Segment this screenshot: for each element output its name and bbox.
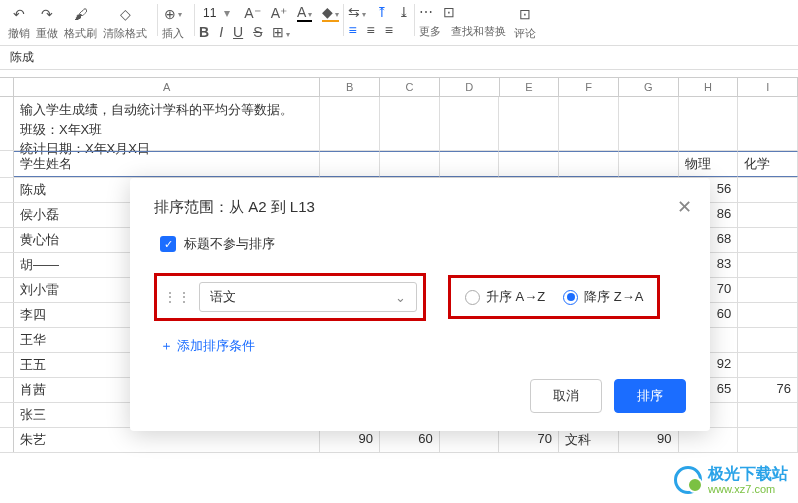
table-row[interactable]: 朱艺906070文科90: [0, 428, 798, 453]
underline-button[interactable]: U: [233, 24, 243, 40]
bold-button[interactable]: B: [199, 24, 209, 40]
add-condition-button[interactable]: ＋ 添加排序条件: [160, 337, 686, 355]
cell[interactable]: [738, 228, 798, 252]
merge-button[interactable]: ⇆: [348, 4, 366, 20]
sort-column-select[interactable]: 语文 ⌄: [199, 282, 417, 312]
cell[interactable]: 文科: [559, 428, 619, 452]
cell[interactable]: [679, 428, 739, 452]
format-painter-button[interactable]: 🖌格式刷: [64, 4, 97, 41]
col-header[interactable]: I: [738, 78, 798, 96]
chevron-down-icon: ⌄: [395, 290, 406, 305]
cell[interactable]: [738, 403, 798, 427]
find-replace-button[interactable]: 查找和替换: [451, 24, 506, 39]
cell[interactable]: 76: [738, 378, 798, 402]
check-icon: ✓: [160, 236, 176, 252]
align-center-button[interactable]: ≡: [367, 22, 375, 38]
cell[interactable]: 学生姓名: [14, 151, 320, 177]
sort-direction-group: 升序 A→Z 降序 Z→A: [448, 275, 660, 319]
align-right-button[interactable]: ≡: [385, 22, 393, 38]
misc-icon[interactable]: ⋯: [419, 4, 433, 20]
fontsize-inc[interactable]: A⁺: [271, 5, 287, 21]
col-header[interactable]: F: [559, 78, 619, 96]
align-left-button[interactable]: ≡: [348, 22, 356, 38]
logo-icon: [674, 466, 702, 494]
cell[interactable]: 70: [499, 428, 559, 452]
column-headers: A B C D E F G H I: [0, 78, 798, 97]
valign-bottom-button[interactable]: ⤓: [398, 4, 410, 20]
close-button[interactable]: ✕: [677, 196, 692, 218]
sort-dialog: 排序范围：从 A2 到 L13 ✕ ✓ 标题不参与排序 ⋮⋮ 语文 ⌄ 升序 A…: [130, 178, 710, 431]
cell[interactable]: [738, 428, 798, 452]
cell[interactable]: 60: [380, 428, 440, 452]
toolbar: ↶撤销 ↷重做 🖌格式刷 ◇清除格式 ⊕插入 11▾ A⁻ A⁺ A ◆ B I…: [0, 0, 798, 46]
header-exclude-checkbox[interactable]: ✓ 标题不参与排序: [160, 235, 686, 253]
wrap-icon[interactable]: ⊡: [443, 4, 455, 20]
col-header[interactable]: G: [619, 78, 679, 96]
cell[interactable]: [738, 278, 798, 302]
col-header[interactable]: D: [440, 78, 500, 96]
cell[interactable]: 物理: [679, 151, 739, 177]
drag-handle-icon[interactable]: ⋮⋮: [163, 289, 191, 305]
strike-button[interactable]: S: [253, 24, 262, 40]
redo-icon: ↷: [36, 4, 58, 24]
comment-icon: ⊡: [514, 4, 536, 24]
col-header[interactable]: H: [679, 78, 739, 96]
col-header[interactable]: E: [500, 78, 560, 96]
col-header[interactable]: B: [320, 78, 380, 96]
plus-icon: ⊕: [162, 4, 184, 24]
cell[interactable]: [738, 253, 798, 277]
watermark: 极光下载站 www.xz7.com: [674, 464, 788, 495]
cell[interactable]: 输入学生成绩，自动统计学科的平均分等数据。 班级：X年X班 统计日期：X年X月X…: [14, 97, 320, 150]
clear-format-button[interactable]: ◇清除格式: [103, 4, 147, 41]
cell[interactable]: 朱艺: [14, 428, 320, 452]
formula-bar[interactable]: [0, 70, 798, 78]
table-header-row[interactable]: 学生姓名 物理 化学: [0, 151, 798, 178]
cell[interactable]: [738, 203, 798, 227]
undo-button[interactable]: ↶撤销: [8, 4, 30, 41]
cancel-button[interactable]: 取消: [530, 379, 602, 413]
sort-column-group: ⋮⋮ 语文 ⌄: [154, 273, 426, 321]
comment-button[interactable]: ⊡评论: [514, 4, 536, 41]
cell[interactable]: [738, 353, 798, 377]
name-box[interactable]: 陈成: [0, 46, 798, 70]
fontsize-dec[interactable]: A⁻: [244, 5, 260, 21]
cell[interactable]: 90: [320, 428, 380, 452]
redo-button[interactable]: ↷重做: [36, 4, 58, 41]
valign-top-button[interactable]: ⤒: [376, 4, 388, 20]
font-color-button[interactable]: A: [297, 4, 312, 22]
brush-icon: 🖌: [70, 4, 92, 24]
sort-button[interactable]: 排序: [614, 379, 686, 413]
cell[interactable]: [738, 303, 798, 327]
col-header[interactable]: C: [380, 78, 440, 96]
cell[interactable]: 化学: [738, 151, 798, 177]
cell[interactable]: [440, 428, 500, 452]
italic-button[interactable]: I: [219, 24, 223, 40]
eraser-icon: ◇: [114, 4, 136, 24]
font-size-select[interactable]: 11▾: [199, 6, 234, 20]
cell[interactable]: [738, 178, 798, 202]
ascending-radio[interactable]: 升序 A→Z: [465, 288, 545, 306]
cell[interactable]: 90: [619, 428, 679, 452]
cell[interactable]: [738, 328, 798, 352]
undo-icon: ↶: [8, 4, 30, 24]
insert-button[interactable]: ⊕插入: [162, 4, 184, 41]
dialog-title: 排序范围：从 A2 到 L13: [154, 198, 686, 217]
table-row[interactable]: 输入学生成绩，自动统计学科的平均分等数据。 班级：X年X班 统计日期：X年X月X…: [0, 97, 798, 151]
col-header[interactable]: A: [14, 78, 320, 96]
border-button[interactable]: ⊞: [272, 24, 290, 40]
descending-radio[interactable]: 降序 Z→A: [563, 288, 643, 306]
fill-color-button[interactable]: ◆: [322, 4, 339, 22]
more-button[interactable]: 更多: [419, 24, 441, 39]
